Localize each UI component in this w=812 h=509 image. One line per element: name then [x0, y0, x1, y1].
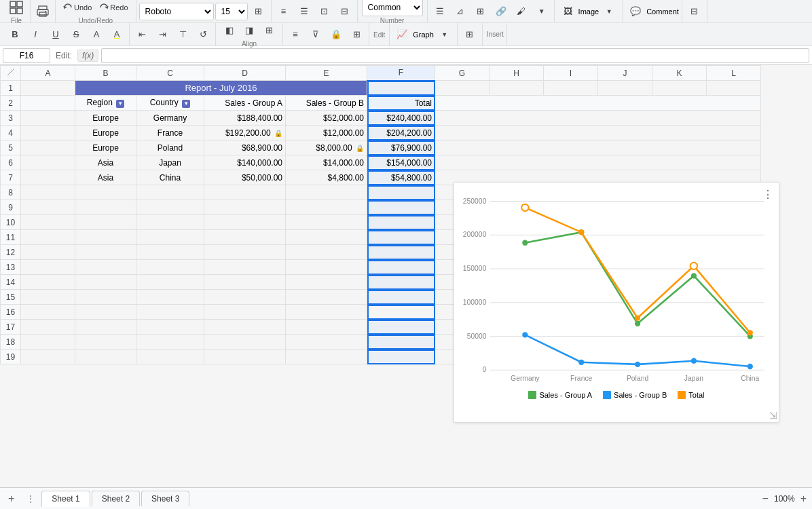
cell-title[interactable]: Report - July 2016: [75, 81, 367, 96]
cell-j1[interactable]: [598, 81, 652, 96]
cell-a7[interactable]: [21, 170, 75, 185]
cell-g1[interactable]: [435, 81, 490, 96]
formula-input[interactable]: [101, 48, 809, 63]
cell-b5[interactable]: Europe: [75, 140, 136, 155]
row-header-7[interactable]: 7: [1, 170, 21, 185]
cell-e7[interactable]: $4,800.00: [286, 170, 367, 185]
sheet-tab-3[interactable]: Sheet 3: [141, 491, 189, 506]
strikethrough-button[interactable]: S: [67, 26, 86, 43]
cell-c3[interactable]: Germany: [136, 111, 204, 126]
paint-button[interactable]: 🖌: [512, 3, 531, 20]
italic-button[interactable]: I: [26, 26, 45, 43]
add-sheet-button[interactable]: +: [3, 491, 20, 506]
region-filter-icon[interactable]: ▼: [116, 100, 124, 108]
number-format-select[interactable]: Common: [362, 0, 423, 16]
col-header-f[interactable]: F: [367, 66, 435, 81]
col-header-c[interactable]: C: [136, 66, 204, 81]
row-header-5[interactable]: 5: [1, 140, 21, 155]
cell-d7[interactable]: $50,000.00: [204, 170, 286, 185]
fontsize-select[interactable]: 15: [215, 3, 248, 20]
link-button[interactable]: 🔗: [492, 3, 511, 20]
col-header-h[interactable]: H: [490, 66, 544, 81]
cell-d4[interactable]: $192,200.00 🔒: [204, 126, 286, 140]
cell-f5[interactable]: $76,900.00: [367, 140, 435, 155]
cell-a1[interactable]: [21, 81, 75, 96]
merge-button[interactable]: ⊟: [335, 3, 354, 20]
cell-e5[interactable]: $8,000.00 🔒: [286, 140, 367, 155]
cell-f7[interactable]: $54,800.00: [367, 170, 435, 185]
cell-g4-plus[interactable]: [435, 126, 761, 140]
print-button[interactable]: [33, 3, 52, 20]
align-center-button[interactable]: ☰: [295, 3, 314, 20]
sheet-tab-2[interactable]: Sheet 2: [92, 491, 140, 506]
cell-b3[interactable]: Europe: [75, 111, 136, 126]
row-header-6[interactable]: 6: [1, 155, 21, 170]
table-button[interactable]: ⊞: [347, 26, 366, 43]
font-select[interactable]: Roboto: [139, 3, 214, 20]
graph-icon[interactable]: 📈: [392, 26, 411, 43]
sheet-tab-1[interactable]: Sheet 1: [41, 491, 90, 507]
cell-d5[interactable]: $68,900.00: [204, 140, 286, 155]
cell-e4[interactable]: $12,000.00: [286, 126, 367, 140]
insert-button[interactable]: ⊞: [460, 26, 479, 43]
cell-a2[interactable]: [21, 96, 75, 111]
zoom-in-button[interactable]: +: [798, 493, 809, 505]
cell-k1[interactable]: [652, 81, 707, 96]
cell-e6[interactable]: $14,000.00: [286, 155, 367, 170]
row-header-3[interactable]: 3: [1, 111, 21, 126]
fontcolor-button[interactable]: A: [107, 26, 126, 43]
highlight-button[interactable]: A: [87, 26, 106, 43]
row-header-1[interactable]: 1: [1, 81, 21, 96]
cell-c2[interactable]: Country ▼: [136, 96, 204, 111]
cell-g6-plus[interactable]: [435, 155, 761, 170]
graph-dropdown[interactable]: ▼: [435, 26, 454, 43]
cell-i1[interactable]: [544, 81, 598, 96]
image-dropdown[interactable]: ▼: [599, 3, 619, 20]
cell-f4[interactable]: $204,200.00: [367, 126, 435, 140]
comment-icon[interactable]: 💬: [626, 3, 645, 20]
valign-button[interactable]: ⊤: [173, 26, 192, 43]
cell-b6[interactable]: Asia: [75, 155, 136, 170]
lock-button[interactable]: 🔒: [327, 26, 346, 43]
col-header-b[interactable]: B: [75, 66, 136, 81]
cell-a5[interactable]: [21, 140, 75, 155]
cell-a3[interactable]: [21, 111, 75, 126]
bold-button[interactable]: B: [5, 26, 24, 43]
image-button[interactable]: 🖼: [559, 3, 578, 20]
cell-c4[interactable]: France: [136, 126, 204, 140]
align-right-b[interactable]: ◨: [240, 22, 259, 39]
number-sort-button[interactable]: ⊽: [306, 26, 325, 43]
col-header-i[interactable]: I: [544, 66, 598, 81]
cell-f6[interactable]: $154,000.00: [367, 155, 435, 170]
cell-c6[interactable]: Japan: [136, 155, 204, 170]
col-header-d[interactable]: D: [204, 66, 286, 81]
cell-l1[interactable]: [707, 81, 761, 96]
row-header-4[interactable]: 4: [1, 126, 21, 140]
cell-g3-plus[interactable]: [435, 111, 761, 126]
chart-menu-button[interactable]: ⋮: [762, 188, 773, 201]
cell-b2[interactable]: Region ▼: [75, 96, 136, 111]
cell-f3[interactable]: $240,400.00: [367, 111, 435, 126]
cell-g2-plus[interactable]: [435, 96, 761, 111]
cell-e2[interactable]: Sales - Group B: [286, 96, 367, 111]
align-just-b[interactable]: ⊞: [259, 22, 278, 39]
chart-resize-handle[interactable]: ⇲: [769, 410, 777, 421]
col-header-a[interactable]: A: [21, 66, 75, 81]
zoom-out-button[interactable]: −: [760, 493, 771, 505]
row-header-2[interactable]: 2: [1, 96, 21, 111]
filter-button[interactable]: ⊿: [451, 3, 470, 20]
cell-a4[interactable]: [21, 126, 75, 140]
cell-b4[interactable]: Europe: [75, 126, 136, 140]
fx-button[interactable]: f(x): [77, 50, 98, 62]
cell-h1[interactable]: [490, 81, 544, 96]
indent-inc-button[interactable]: ⇥: [153, 26, 172, 43]
cell-c5[interactable]: Poland: [136, 140, 204, 155]
country-filter-icon[interactable]: ▼: [182, 100, 190, 108]
cell-d6[interactable]: $140,000.00: [204, 155, 286, 170]
grid-button[interactable]: ⊞: [471, 3, 490, 20]
cell-e3[interactable]: $52,000.00: [286, 111, 367, 126]
sheets-button[interactable]: [7, 0, 26, 16]
cell-a6[interactable]: [21, 155, 75, 170]
cell-g5-plus[interactable]: [435, 140, 761, 155]
rotate-button[interactable]: ↺: [193, 26, 213, 43]
